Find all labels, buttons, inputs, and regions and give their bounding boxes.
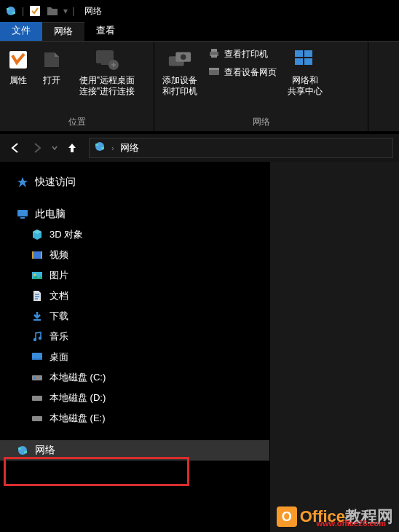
tree-documents[interactable]: 文档 xyxy=(0,286,269,306)
tree-network-label: 网络 xyxy=(35,444,55,457)
window-title: 网络 xyxy=(84,5,102,17)
tree-disk-e[interactable]: 本地磁盘 (E:) xyxy=(0,408,269,429)
tree-disk-c[interactable]: 本地磁盘 (C:) xyxy=(0,367,269,388)
watermark: O Office教程网 www.office26.com xyxy=(277,506,393,528)
tree-videos[interactable]: 视频 xyxy=(0,245,269,265)
svg-rect-24 xyxy=(20,217,25,219)
tree-3d-objects[interactable]: 3D 对象 xyxy=(0,224,269,245)
svg-rect-41 xyxy=(24,451,27,453)
tree-quick-access[interactable]: 快速访问 xyxy=(0,172,269,192)
view-printer-label: 查看打印机 xyxy=(224,48,268,60)
properties-button[interactable]: 属性 xyxy=(1,44,35,89)
menu-file[interactable]: 文件 xyxy=(0,22,42,41)
tree-disk-d[interactable]: 本地磁盘 (D:) xyxy=(0,388,269,408)
nav-history-dropdown[interactable] xyxy=(50,138,60,157)
svg-rect-18 xyxy=(295,58,303,65)
tree-pictures[interactable]: 图片 xyxy=(0,265,269,286)
navbar: › 网络 xyxy=(0,134,399,162)
watermark-url: www.office26.com xyxy=(316,519,386,528)
tree-music[interactable]: 音乐 xyxy=(0,326,269,347)
tree-documents-label: 文档 xyxy=(50,289,68,302)
rdc-icon xyxy=(95,47,119,72)
svg-rect-6 xyxy=(101,63,108,65)
address-bar[interactable]: › 网络 xyxy=(89,138,393,158)
svg-rect-26 xyxy=(32,251,33,259)
tree-desktop-label: 桌面 xyxy=(50,351,68,364)
svg-rect-23 xyxy=(17,210,28,216)
documents-icon xyxy=(31,289,44,302)
ribbon-group-network: 添加设备 和打印机 查看打印机 查看设备网页 xyxy=(154,42,368,131)
tree-this-pc[interactable]: 此电脑 xyxy=(0,204,269,224)
svg-point-31 xyxy=(33,338,36,341)
tree-desktop[interactable]: 桌面 xyxy=(0,347,269,367)
disk-e-icon xyxy=(31,412,44,425)
ribbon-group-location-label: 位置 xyxy=(1,114,152,130)
svg-rect-13 xyxy=(211,55,217,58)
divider: | xyxy=(72,6,74,16)
add-devices-icon xyxy=(167,47,192,72)
properties-label: 属性 xyxy=(9,75,27,86)
watermark-icon: O xyxy=(277,506,297,527)
pictures-icon xyxy=(31,269,44,282)
svg-point-39 xyxy=(18,446,27,455)
nav-forward-button[interactable] xyxy=(28,138,47,157)
svg-rect-38 xyxy=(32,416,42,421)
content-pane[interactable] xyxy=(269,162,399,532)
open-button[interactable]: 打开 xyxy=(35,44,68,89)
nav-tree: 快速访问 此电脑 3D 对象 视频 图片 xyxy=(0,162,269,532)
disk-d-icon xyxy=(31,391,44,404)
videos-icon xyxy=(31,249,44,262)
this-pc-icon xyxy=(16,208,29,221)
svg-rect-40 xyxy=(18,447,21,450)
nav-up-button[interactable] xyxy=(63,138,82,157)
svg-rect-34 xyxy=(32,359,42,360)
tree-this-pc-label: 此电脑 xyxy=(35,208,66,221)
breadcrumb-network[interactable]: 网络 xyxy=(120,141,139,154)
divider: | xyxy=(22,6,24,16)
menu-network[interactable]: 网络 xyxy=(42,22,84,41)
network-icon xyxy=(4,4,17,17)
menu-view[interactable]: 查看 xyxy=(84,22,127,41)
network-tree-icon xyxy=(16,444,29,457)
dropdown-icon[interactable]: ▾ xyxy=(63,6,68,16)
add-devices-label: 添加设备 和打印机 xyxy=(162,75,197,97)
tree-downloads[interactable]: 下载 xyxy=(0,306,269,326)
music-icon xyxy=(31,330,44,343)
svg-rect-2 xyxy=(12,12,15,14)
network-icon xyxy=(94,141,106,155)
svg-rect-22 xyxy=(101,147,104,149)
folder-icon[interactable] xyxy=(46,4,59,17)
tree-network[interactable]: 网络 xyxy=(0,440,269,461)
desktop-icon xyxy=(31,351,44,364)
svg-rect-12 xyxy=(211,49,217,52)
network-sharing-label: 网络和 共享中心 xyxy=(288,75,323,97)
network-sharing-icon xyxy=(293,47,317,72)
view-printer-button[interactable]: 查看打印机 xyxy=(204,46,281,63)
disk-c-icon xyxy=(31,371,44,384)
rdc-label: 使用"远程桌面 连接"进行连接 xyxy=(79,75,135,97)
downloads-icon xyxy=(31,310,44,323)
tree-pictures-label: 图片 xyxy=(50,269,68,282)
tree-disk-d-label: 本地磁盘 (D:) xyxy=(50,391,106,404)
network-sharing-center-button[interactable]: 网络和 共享中心 xyxy=(281,44,329,100)
tree-disk-c-label: 本地磁盘 (C:) xyxy=(50,371,106,384)
svg-rect-17 xyxy=(304,50,312,57)
objects3d-icon xyxy=(31,228,44,241)
tree-quick-access-label: 快速访问 xyxy=(35,176,76,189)
tree-3d-objects-label: 3D 对象 xyxy=(50,228,83,241)
tree-disk-e-label: 本地磁盘 (E:) xyxy=(50,412,106,425)
quick-access-icon xyxy=(16,176,29,189)
checkbox-icon[interactable] xyxy=(28,4,42,17)
content-area: 快速访问 此电脑 3D 对象 视频 图片 xyxy=(0,162,399,532)
nav-back-button[interactable] xyxy=(6,138,25,157)
svg-rect-30 xyxy=(33,319,41,321)
svg-point-20 xyxy=(95,142,104,151)
svg-rect-25 xyxy=(32,251,42,259)
tree-music-label: 音乐 xyxy=(50,330,68,343)
rdc-button[interactable]: 使用"远程桌面 连接"进行连接 xyxy=(68,44,146,100)
view-device-webpage-button[interactable]: 查看设备网页 xyxy=(204,64,281,81)
add-devices-button[interactable]: 添加设备 和打印机 xyxy=(156,44,204,100)
svg-point-29 xyxy=(34,274,36,276)
properties-icon xyxy=(6,47,31,72)
svg-rect-16 xyxy=(295,50,303,57)
